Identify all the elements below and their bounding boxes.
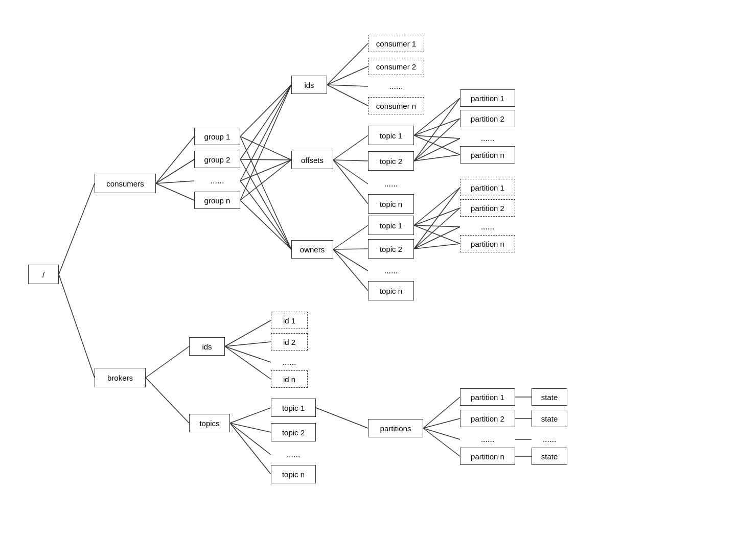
svg-line-44 (414, 227, 460, 249)
own-part2-node: partition 2 (460, 199, 515, 217)
off-topicdots-node: ...... (368, 176, 414, 192)
svg-line-15 (240, 159, 291, 249)
svg-line-24 (333, 160, 368, 184)
svg-line-42 (414, 188, 460, 249)
ids-consumers-node: ids (291, 76, 327, 94)
svg-line-17 (240, 200, 291, 249)
iddots-node: ...... (271, 355, 308, 369)
consumers-node: consumers (95, 174, 156, 193)
off-topic2-node: topic 2 (368, 151, 414, 171)
groupdots-node: ...... (194, 174, 240, 188)
b-part2-node: partition 2 (460, 410, 515, 427)
own-topic2-node: topic 2 (368, 239, 414, 259)
svg-line-39 (414, 208, 460, 225)
group2-node: group 2 (194, 151, 240, 168)
state2-node: state (532, 410, 567, 427)
off-topicn-node: topic n (368, 194, 414, 214)
group1-node: group 1 (194, 128, 240, 145)
svg-line-20 (327, 85, 368, 86)
off-partdots-node: ...... (460, 131, 515, 146)
consumern-node: consumer n (368, 97, 424, 114)
svg-line-9 (240, 85, 291, 200)
svg-line-4 (156, 181, 194, 183)
off-topic1-node: topic 1 (368, 126, 414, 145)
b-topic1-node: topic 1 (271, 399, 316, 417)
groupn-node: group n (194, 192, 240, 209)
svg-line-3 (156, 159, 194, 183)
id1-node: id 1 (271, 312, 308, 329)
b-topicdots-node: ...... (271, 447, 316, 462)
svg-line-12 (240, 160, 291, 181)
svg-line-59 (423, 428, 460, 439)
b-partn-node: partition n (460, 448, 515, 465)
b-topicn-node: topic n (271, 465, 316, 483)
svg-line-29 (333, 249, 368, 291)
own-topicdots-node: ...... (368, 263, 414, 278)
svg-line-50 (225, 346, 271, 362)
svg-line-38 (414, 188, 460, 225)
svg-line-52 (230, 408, 271, 423)
topics-brokers-node: topics (189, 414, 230, 432)
svg-line-56 (316, 408, 368, 428)
offsets-node: offsets (291, 151, 333, 169)
svg-line-51 (225, 346, 271, 379)
svg-line-11 (240, 159, 291, 160)
consumer1-node: consumer 1 (368, 35, 424, 52)
partitions-node: partitions (368, 419, 423, 437)
svg-line-14 (240, 136, 291, 249)
own-part1-node: partition 1 (460, 179, 515, 196)
own-partdots-node: ...... (460, 220, 515, 234)
svg-line-27 (333, 249, 368, 249)
own-topic1-node: topic 1 (368, 216, 414, 235)
own-topicn-node: topic n (368, 281, 414, 300)
b-part1-node: partition 1 (460, 388, 515, 406)
off-part2-node: partition 2 (460, 110, 515, 127)
svg-line-60 (423, 428, 460, 456)
svg-line-31 (414, 119, 460, 135)
off-partn-node: partition n (460, 146, 515, 164)
svg-line-2 (156, 136, 194, 183)
consumer2-node: consumer 2 (368, 58, 424, 75)
svg-line-18 (327, 43, 368, 85)
off-part1-node: partition 1 (460, 89, 515, 107)
svg-line-45 (414, 244, 460, 249)
consumerdots-node: ...... (368, 79, 424, 94)
ids-brokers-node: ids (189, 337, 225, 356)
svg-line-21 (327, 85, 368, 106)
svg-line-16 (240, 181, 291, 249)
svg-line-47 (146, 378, 189, 423)
idn-node: id n (271, 370, 308, 388)
svg-line-26 (333, 225, 368, 249)
svg-line-46 (146, 346, 189, 378)
svg-line-28 (333, 249, 368, 271)
brokers-node: brokers (95, 368, 146, 387)
b-partdots-node: ...... (460, 432, 515, 447)
id2-node: id 2 (271, 333, 308, 351)
svg-line-6 (240, 85, 291, 136)
state1-node: state (532, 388, 567, 406)
root-node: / (28, 265, 59, 284)
svg-line-1 (59, 274, 95, 378)
svg-line-19 (327, 66, 368, 85)
svg-line-5 (156, 183, 194, 200)
svg-line-0 (59, 183, 95, 274)
owners-node: owners (291, 240, 333, 259)
svg-line-23 (333, 160, 368, 161)
svg-line-40 (414, 225, 460, 227)
b-topic2-node: topic 2 (271, 423, 316, 441)
svg-line-22 (333, 135, 368, 160)
own-partn-node: partition n (460, 235, 515, 252)
statedots-node: ...... (532, 432, 567, 447)
svg-line-25 (333, 160, 368, 204)
svg-line-35 (414, 119, 460, 161)
staten-node: state (532, 448, 567, 465)
